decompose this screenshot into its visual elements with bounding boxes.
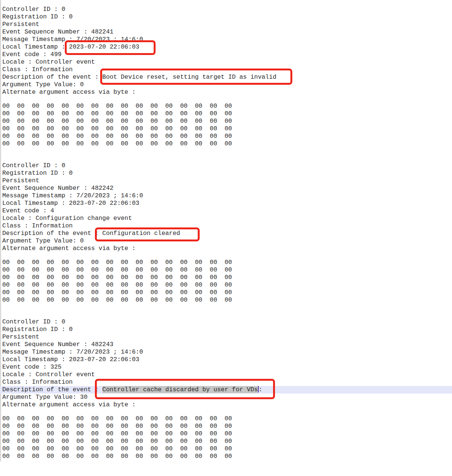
log-line: Controller ID : 0	[0, 6, 452, 13]
hex-dump: 00 00 00 00 00 00 00 00 00 00 00 00 00 0…	[0, 415, 452, 460]
log-line: Message Timestamp : 7/20/2023 ; 14:6:0	[0, 192, 452, 200]
log-line: Locale : Controller event	[0, 371, 452, 378]
hex-row: 00 00 00 00 00 00 00 00 00 00 00 00 00 0…	[0, 423, 452, 430]
hex-row: 00 00 00 00 00 00 00 00 00 00 00 00 00 0…	[0, 117, 452, 125]
log-line: Description of the event : Boot Device r…	[0, 73, 452, 81]
log-line: Controller ID : 0	[0, 318, 452, 326]
log-line: Argument Type Value: 0	[0, 81, 452, 88]
highlighted-log-line: Description of the event : Controller ca…	[0, 386, 452, 394]
log-line: Event Sequence Number : 482241	[0, 28, 452, 36]
log-line: Class : Information	[0, 66, 452, 73]
hex-row: 00 00 00 00 00 00 00 00 00 00 00 00 00 0…	[0, 430, 452, 438]
event-block: Controller ID : 0Registration ID : 0Pers…	[0, 6, 452, 148]
log-line: Alternate argument access via byte :	[0, 245, 452, 252]
hex-row: 00 00 00 00 00 00 00 00 00 00 00 00 00 0…	[0, 289, 452, 296]
selected-text: Controller cache discarded by user for V…	[102, 386, 258, 393]
log-line: Event code : 4	[0, 207, 452, 215]
hex-dump: 00 00 00 00 00 00 00 00 00 00 00 00 00 0…	[0, 102, 452, 148]
event-lines: Controller ID : 0Registration ID : 0Pers…	[0, 318, 452, 409]
log-line: Class : Information	[0, 222, 452, 230]
log-line: Local Timestamp : 2023-07-20 22:06:03	[0, 43, 452, 51]
log-line: Persistent	[0, 21, 452, 28]
hex-row: 00 00 00 00 00 00 00 00 00 00 00 00 00 0…	[0, 274, 452, 281]
description-suffix: :	[259, 386, 263, 393]
log-line: Alternate argument access via byte :	[0, 88, 452, 96]
hex-row: 00 00 00 00 00 00 00 00 00 00 00 00 00 0…	[0, 133, 452, 140]
event-block: Controller ID : 0Registration ID : 0Pers…	[0, 162, 452, 304]
log-line: Locale : Controller event	[0, 58, 452, 66]
hex-row: 00 00 00 00 00 00 00 00 00 00 00 00 00 0…	[0, 296, 452, 304]
log-line: Registration ID : 0	[0, 13, 452, 21]
hex-row: 00 00 00 00 00 00 00 00 00 00 00 00 00 0…	[0, 125, 452, 133]
log-line: Registration ID : 0	[0, 169, 452, 177]
hex-row: 00 00 00 00 00 00 00 00 00 00 00 00 00 0…	[0, 266, 452, 274]
event-block: Controller ID : 0Registration ID : 0Pers…	[0, 318, 452, 460]
log-line: Locale : Configuration change event	[0, 215, 452, 222]
log-line: Class : Information	[0, 378, 452, 386]
hex-row: 00 00 00 00 00 00 00 00 00 00 00 00 00 0…	[0, 415, 452, 423]
log-line: Message Timestamp : 7/20/2023 ; 14:6:0	[0, 36, 452, 43]
hex-row: 00 00 00 00 00 00 00 00 00 00 00 00 00 0…	[0, 102, 452, 110]
event-log-viewer: Controller ID : 0Registration ID : 0Pers…	[0, 0, 452, 476]
log-line: Event Sequence Number : 482243	[0, 341, 452, 348]
log-line: Persistent	[0, 177, 452, 185]
hex-row: 00 00 00 00 00 00 00 00 00 00 00 00 00 0…	[0, 453, 452, 460]
hex-row: 00 00 00 00 00 00 00 00 00 00 00 00 00 0…	[0, 438, 452, 445]
log-line: Event Sequence Number : 482242	[0, 185, 452, 192]
log-line: Registration ID : 0	[0, 326, 452, 333]
hex-row: 00 00 00 00 00 00 00 00 00 00 00 00 00 0…	[0, 140, 452, 148]
log-line: Persistent	[0, 333, 452, 341]
description-label: Description of the event :	[2, 386, 102, 393]
hex-row: 00 00 00 00 00 00 00 00 00 00 00 00 00 0…	[0, 110, 452, 117]
log-line: Local Timestamp : 2023-07-20 22:06:03	[0, 200, 452, 207]
hex-row: 00 00 00 00 00 00 00 00 00 00 00 00 00 0…	[0, 281, 452, 289]
log-line: Event code : 499	[0, 51, 452, 58]
event-lines: Controller ID : 0Registration ID : 0Pers…	[0, 6, 452, 96]
log-line: Argument Type Value: 0	[0, 237, 452, 245]
log-line: Alternate argument access via byte :	[0, 401, 452, 409]
hex-dump: 00 00 00 00 00 00 00 00 00 00 00 00 00 0…	[0, 259, 452, 304]
log-line: Controller ID : 0	[0, 162, 452, 169]
log-line: Description of the event : Configuration…	[0, 230, 452, 237]
log-line: Message Timestamp : 7/20/2023 ; 14:6:0	[0, 348, 452, 356]
hex-row: 00 00 00 00 00 00 00 00 00 00 00 00 00 0…	[0, 259, 452, 266]
event-log-text: Controller ID : 0Registration ID : 0Pers…	[0, 0, 452, 460]
hex-row: 00 00 00 00 00 00 00 00 00 00 00 00 00 0…	[0, 445, 452, 453]
event-lines: Controller ID : 0Registration ID : 0Pers…	[0, 162, 452, 252]
log-line: Event code : 325	[0, 363, 452, 371]
log-line: Local Timestamp : 2023-07-20 22:06:03	[0, 356, 452, 363]
log-line: Argument Type Value: 30	[0, 394, 452, 401]
